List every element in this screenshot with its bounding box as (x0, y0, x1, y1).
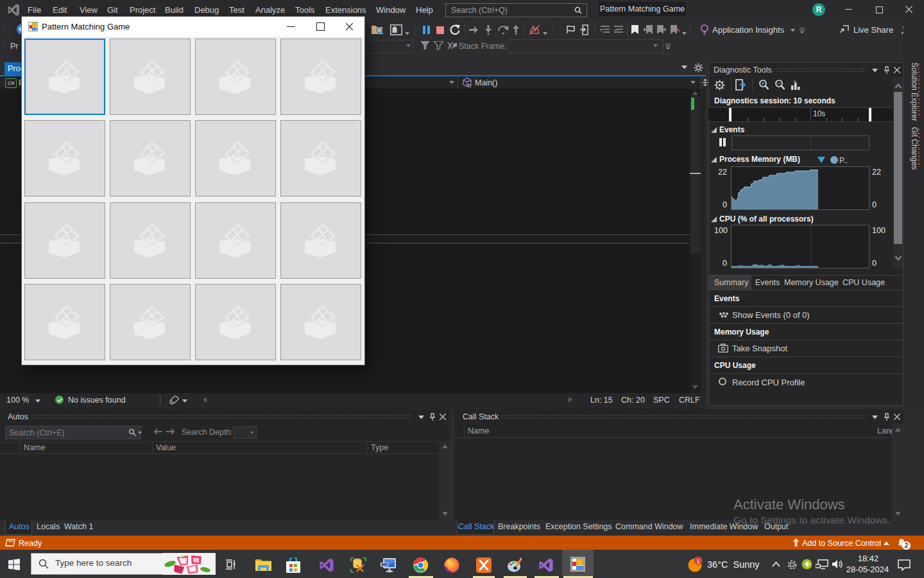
svg-text:?: ? (793, 80, 796, 86)
svg-text:2: 2 (614, 28, 617, 34)
svg-text:1: 1 (697, 557, 700, 565)
